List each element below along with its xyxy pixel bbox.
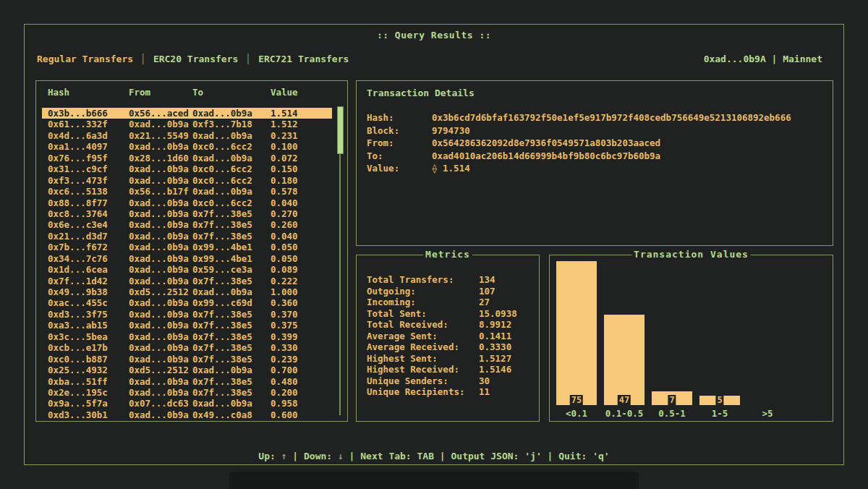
tab-separator: │ <box>245 54 251 64</box>
table-row[interactable]: 0x9a...5f7a0x07...dc630xad...0b9a0.958 <box>42 398 332 409</box>
metric-value: 107 <box>479 286 495 297</box>
table-row[interactable]: 0xa3...ab150xad...0b9a0x7f...38e50.375 <box>42 320 332 331</box>
cell-to: 0x7f...38e5 <box>192 387 271 398</box>
table-row[interactable]: 0x3b...b6660x56...aced0xad...0b9a1.514 <box>42 108 332 119</box>
details-field: Value:⟠ 1.514 <box>367 162 827 175</box>
cell-to: 0x7f...38e5 <box>192 219 271 230</box>
cell-value: 1.000 <box>271 286 332 297</box>
tab-erc20-transfers[interactable]: ERC20 Transfers <box>153 54 238 64</box>
bar-0.5-1: 7 <box>652 391 692 405</box>
tab-regular-transfers[interactable]: Regular Transfers <box>37 54 133 64</box>
table-row[interactable]: 0x2e...195c0xad...0b9a0x7f...38e50.200 <box>42 387 332 398</box>
metric-value: 27 <box>479 297 490 308</box>
table-row[interactable]: 0xd3...3f750xad...0b9a0x7f...38e50.370 <box>42 309 332 320</box>
bar-slot <box>747 260 788 405</box>
metric-label: Total Transfers: <box>367 274 479 286</box>
cell-hash: 0x88...8f77 <box>48 197 129 208</box>
table-row[interactable]: 0x6e...c3e40xad...0b9a0x7f...38e50.260 <box>42 219 332 230</box>
metric-row: Unique Recipients:11 <box>367 386 535 398</box>
cell-value: 0.700 <box>271 365 332 375</box>
cell-value: 0.200 <box>271 387 332 398</box>
metric-label: Total Received: <box>367 319 479 331</box>
cell-to: 0xad...0b9a <box>192 398 271 409</box>
cell-to: 0xad...0b9a <box>192 130 271 141</box>
cell-to: 0x7f...38e5 <box>192 208 271 219</box>
table-row[interactable]: 0xf3...473f0xad...0b9a0xc0...6cc20.180 <box>42 175 332 186</box>
table-row[interactable]: 0x49...9b380xd5...25120xad...0b9a1.000 <box>42 286 332 297</box>
cell-hash: 0x34...7c76 <box>48 253 129 264</box>
cell-to: 0xc0...6cc2 <box>192 175 271 186</box>
cell-from: 0xad...0b9a <box>129 342 192 353</box>
bar-slot: 47 <box>604 260 644 405</box>
metric-value: 134 <box>479 274 495 286</box>
table-row[interactable]: 0x25...49320xd5...25120xad...0b9a0.700 <box>42 365 332 375</box>
cell-value: 0.958 <box>271 398 332 409</box>
cell-value: 0.040 <box>271 197 332 208</box>
table-header-row: Hash From To Value <box>48 87 331 98</box>
dock-shadow-strip <box>229 472 639 489</box>
details-field: Block:9794730 <box>367 124 827 137</box>
table-row[interactable]: 0xcb...e17b0xad...0b9a0x7f...38e50.330 <box>42 342 332 353</box>
table-row[interactable]: 0x7f...1d420xad...0b9a0x7f...38e50.222 <box>42 276 332 286</box>
field-label: Value: <box>367 162 432 175</box>
x-axis-tick-label: 0.5-1 <box>652 408 692 419</box>
cell-hash: 0x7b...f672 <box>48 242 129 252</box>
bar-chart: 754775 <box>556 260 830 405</box>
cell-from: 0xad...0b9a <box>129 354 192 365</box>
metric-row: Average Received:0.3330 <box>367 341 535 353</box>
cell-from: 0xad...0b9a <box>129 264 192 275</box>
cell-to: 0xad...0b9a <box>192 108 271 119</box>
scrollbar-thumb[interactable] <box>337 106 344 154</box>
cell-value: 0.100 <box>271 141 332 152</box>
metric-label: Highest Received: <box>367 364 479 375</box>
column-header-value: Value <box>271 87 331 98</box>
account-network-label: 0xad...0b9A | Mainnet <box>704 54 822 64</box>
tab-erc721-transfers[interactable]: ERC721 Transfers <box>258 54 349 64</box>
help-text: Up: <box>258 451 281 462</box>
cell-from: 0xad...0b9a <box>129 141 192 152</box>
field-label: Hash: <box>367 111 432 124</box>
metric-label: Incoming: <box>367 297 479 308</box>
cell-from: 0x56...aced <box>129 108 192 119</box>
table-row[interactable]: 0x3c...5bea0xad...0b9a0x7f...38e50.399 <box>42 331 332 342</box>
table-row[interactable]: 0x61...332f0xad...0b9a0xf3...7b181.512 <box>42 119 332 129</box>
table-row[interactable]: 0xc8...37640xad...0b9a0x7f...38e50.270 <box>42 208 332 219</box>
cell-hash: 0xd3...3f75 <box>48 309 129 320</box>
cell-from: 0xad...0b9a <box>129 309 192 320</box>
table-row[interactable]: 0x76...f95f0x28...1d600xad...0b9a0.072 <box>42 153 332 163</box>
table-row[interactable]: 0xd3...30b10xad...0b9a0x49...c0a80.600 <box>42 409 332 420</box>
table-row[interactable]: 0x1d...6cea0xad...0b9a0x59...ce3a0.089 <box>42 264 332 275</box>
cell-to: 0x99...4be1 <box>192 253 271 264</box>
cell-from: 0xad...0b9a <box>129 175 192 186</box>
table-row[interactable]: 0xc0...b8870xad...0b9a0x7f...38e50.239 <box>42 354 332 365</box>
cell-value: 0.040 <box>271 231 332 242</box>
cell-from: 0x07...dc63 <box>129 398 192 409</box>
table-row[interactable]: 0x31...c9cf0xad...0b9a0xc0...6cc20.150 <box>42 163 332 174</box>
table-row[interactable]: 0xc6...51380x56...b17f0xad...0b9a0.578 <box>42 186 332 197</box>
table-row[interactable]: 0xac...455c0xad...0b9a0x99...c69d0.360 <box>42 297 332 308</box>
metric-row: Total Sent:15.0938 <box>367 308 535 320</box>
cell-from: 0xad...0b9a <box>129 297 192 308</box>
field-value: 0x564286362092d8e7936f0549571a803b203aac… <box>432 137 660 150</box>
table-row[interactable]: 0xba...51ff0xad...0b9a0x7f...38e50.480 <box>42 376 332 387</box>
cell-hash: 0x9a...5f7a <box>48 398 129 409</box>
details-fields: Hash:0x3b6cd7d6bfaf163792f50e1ef5e917b97… <box>367 111 827 175</box>
cell-hash: 0x1d...6cea <box>48 264 129 275</box>
cell-hash: 0x3c...5bea <box>48 331 129 342</box>
cell-from: 0xad...0b9a <box>129 163 192 174</box>
cell-from: 0xad...0b9a <box>129 376 192 387</box>
field-label: To: <box>367 150 432 163</box>
table-row[interactable]: 0x4d...6a3d0x21...55490xad...0b9a0.231 <box>42 130 332 141</box>
metrics-panel: Metrics Total Transfers:134Outgoing:107I… <box>356 255 540 422</box>
table-row[interactable]: 0xa1...40970xad...0b9a0xc0...6cc20.100 <box>42 141 332 152</box>
cell-from: 0xad...0b9a <box>129 331 192 342</box>
table-row[interactable]: 0x7b...f6720xad...0b9a0x99...4be10.050 <box>42 242 332 252</box>
table-row[interactable]: 0x21...d3d70xad...0b9a0x7f...38e50.040 <box>42 231 332 242</box>
table-row[interactable]: 0x88...8f770xad...0b9a0xc0...6cc20.040 <box>42 197 332 208</box>
cell-from: 0xad...0b9a <box>129 119 192 129</box>
metric-label: Average Sent: <box>367 331 479 342</box>
table-row[interactable]: 0x34...7c760xad...0b9a0x99...4be10.050 <box>42 253 332 264</box>
transaction-details-panel: Transaction Details Hash:0x3b6cd7d6bfaf1… <box>356 80 833 246</box>
cell-to: 0x7f...38e5 <box>192 320 271 331</box>
cell-to: 0x7f...38e5 <box>192 309 271 320</box>
